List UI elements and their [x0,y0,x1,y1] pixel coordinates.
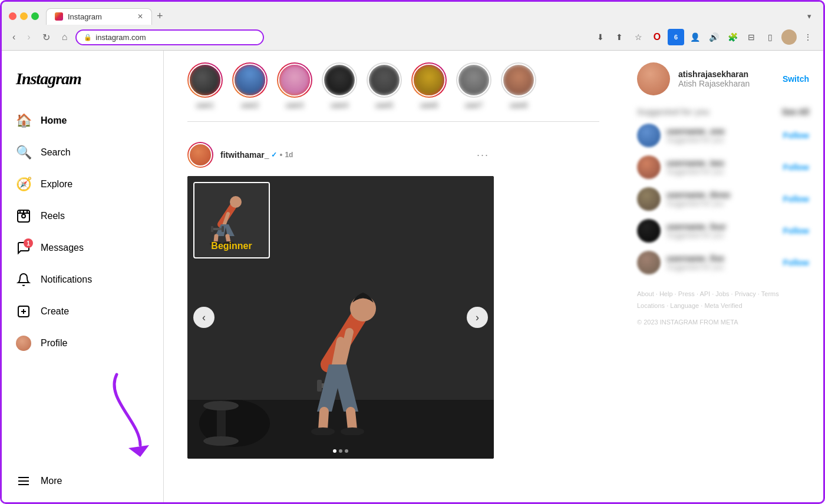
close-button[interactable] [9,12,16,20]
suggestion-info-4: username_four Suggested for you [666,222,777,240]
follow-button-5[interactable]: Follow [783,258,809,267]
extensions-icon[interactable]: 🧩 [724,29,741,45]
footer-help-link[interactable]: Help [659,290,673,297]
sidebar-item-explore[interactable]: 🧭 Explore [9,170,156,199]
suggestion-name-5: username_five [666,254,777,263]
sidebar-item-notifications[interactable]: Notifications [9,265,156,294]
follow-button-1[interactable]: Follow [783,131,809,140]
create-label: Create [41,306,69,317]
footer-api-link[interactable]: API [699,290,710,297]
suggestion-name-3: username_three [666,190,777,200]
svg-rect-39 [211,226,213,232]
home-nav-button[interactable]: ⌂ [58,31,71,44]
post-card: fitwithamar_ ✓ • 1d ··· [187,134,494,459]
traffic-lights [9,12,39,20]
footer-privacy-link[interactable]: Privacy [735,290,756,297]
address-bar[interactable]: 🔒 instagram.com [75,29,264,45]
user-avatar[interactable] [637,62,670,95]
story-name-8: user8 [510,101,527,110]
sidebar-item-profile[interactable]: Profile [9,329,156,358]
extension-icon-3[interactable]: 🔊 [705,29,722,45]
footer-terms-link[interactable]: Terms [761,290,779,297]
story-item-4[interactable]: user4 [322,62,357,110]
tab-title: Instagram [68,12,102,21]
back-button[interactable]: ‹ [9,31,19,44]
thumbnail-label: Beginner [209,238,254,254]
footer-jobs-link[interactable]: Jobs [715,290,729,297]
svg-line-27 [351,412,352,429]
reels-icon [16,208,31,224]
sidebar-item-more[interactable]: More [9,466,156,496]
post-avatar[interactable] [187,142,213,168]
forward-button[interactable]: › [24,31,34,44]
suggestion-name-2: username_two [666,158,777,168]
sidebar-item-home[interactable]: 🏠 Home [9,106,156,135]
minimize-button[interactable] [20,12,28,20]
browser-chrome: Instagram ✕ + ▾ ‹ › ↻ ⌂ 🔒 instagram.com … [2,2,823,51]
footer-meta-verified-link[interactable]: Meta Verified [704,302,742,309]
profile-avatar-icon [16,336,31,351]
suggestion-item-3: username_three Suggested for you Follow [637,187,809,211]
post-user-info: fitwithamar_ ✓ • 1d [220,150,465,160]
story-item-1[interactable]: user1 [187,62,223,110]
footer-press-link[interactable]: Press [678,290,695,297]
download-icon[interactable]: ⬇ [592,29,609,45]
follow-button-3[interactable]: Follow [783,194,809,204]
post-prev-button[interactable]: ‹ [193,307,214,328]
footer-about-link[interactable]: About [637,290,654,297]
story-item-7[interactable]: user7 [456,62,491,110]
post-menu-button[interactable]: ··· [472,147,494,164]
user-profile-section: atishrajasekharan Atish Rajasekharan Swi… [637,62,809,95]
switch-button[interactable]: Switch [783,74,809,84]
split-screen-icon[interactable]: ▯ [762,29,778,45]
story-item-3[interactable]: user3 [277,62,312,110]
prev-icon: ‹ [202,311,206,324]
svg-point-29 [341,427,364,435]
footer-locations-link[interactable]: Locations [637,302,665,309]
bookmark-icon[interactable]: ☆ [630,29,646,45]
browser-tab[interactable]: Instagram ✕ [46,8,152,25]
lock-icon: 🔒 [84,34,92,41]
story-name-6: user6 [420,101,438,110]
follow-button-2[interactable]: Follow [783,163,809,172]
sidebar-item-messages[interactable]: 1 Messages [9,233,156,263]
tab-close-icon[interactable]: ✕ [137,12,143,21]
post-username-text[interactable]: fitwithamar_ [220,150,269,160]
notifications-label: Notifications [41,274,92,285]
see-all-button[interactable]: See All [782,107,809,117]
sidebar-item-reels[interactable]: Reels [9,201,156,231]
extension-icon-2[interactable]: 👤 [687,29,703,45]
menu-icon[interactable]: ⋮ [800,29,816,45]
footer-language-link[interactable]: Language [670,302,699,309]
story-item-2[interactable]: user2 [232,62,268,110]
suggestion-item-2: username_two Suggested for you Follow [637,155,809,179]
opera-icon[interactable]: O [649,29,665,45]
reload-button[interactable]: ↻ [39,31,54,44]
reels-label: Reels [41,211,65,221]
dot-3 [345,449,348,453]
thumbnail-overlay: Beginner [193,182,270,258]
progress-dots [333,449,348,453]
messages-badge: 1 [24,238,33,248]
instagram-sidebar: Instagram 🏠 Home 🔍 Search 🧭 Explore [2,51,164,504]
user-info: atishrajasekharan Atish Rajasekharan [678,69,774,88]
suggestion-desc-3: Suggested for you [666,200,777,208]
suggestion-info-5: username_five Suggested for you [666,254,777,271]
follow-button-4[interactable]: Follow [783,226,809,236]
suggestion-avatar-4 [637,219,661,243]
story-item-6[interactable]: user6 [411,62,447,110]
suggestions-title: Suggested for you [637,107,710,117]
share-icon[interactable]: ⬆ [611,29,628,45]
profile-chrome-icon[interactable] [781,29,797,45]
new-tab-button[interactable]: + [152,8,168,25]
extension-icon-1[interactable]: 6 [668,29,684,45]
sidebar-item-create[interactable]: Create [9,297,156,326]
user-username: atishrajasekharan [678,69,774,79]
maximize-button[interactable] [31,12,39,20]
toolbar-icon-4[interactable]: ⊟ [743,29,760,45]
post-next-button[interactable]: › [467,307,488,328]
story-item-8[interactable]: user8 [501,62,536,110]
story-item-5[interactable]: user5 [367,62,402,110]
sidebar-item-search[interactable]: 🔍 Search [9,138,156,167]
next-icon: › [476,311,479,324]
